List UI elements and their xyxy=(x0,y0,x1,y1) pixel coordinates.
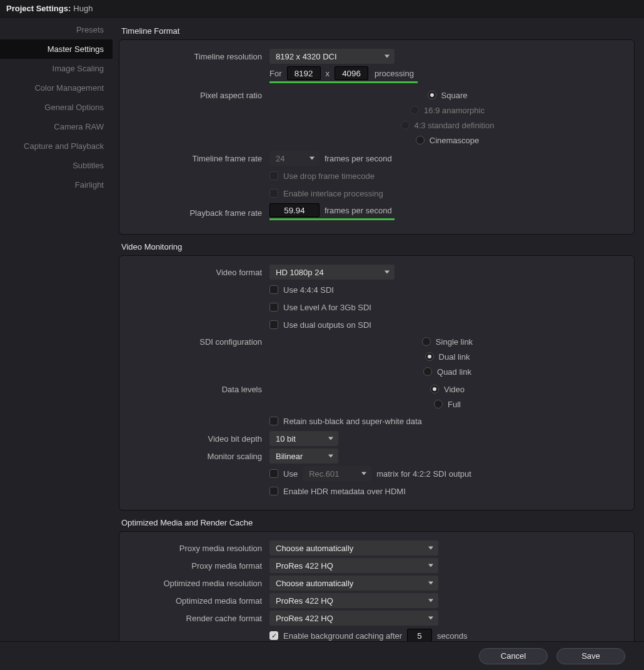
radio-par-square[interactable] xyxy=(428,91,436,99)
radio-sdi-single[interactable] xyxy=(422,337,431,346)
titlebar: Project Settings: Hugh xyxy=(0,0,644,18)
radio-sdi-dual[interactable] xyxy=(425,352,434,361)
custom-resolution-row: For x processing xyxy=(269,66,418,83)
sidebar-item-color-management[interactable]: Color Management xyxy=(0,78,113,98)
label-timeline-resolution: Timeline resolution xyxy=(119,52,269,61)
section-title-optimized: Optimized Media and Render Cache xyxy=(121,518,635,527)
chevron-down-icon xyxy=(428,599,433,602)
select-matrix: Rec.601 xyxy=(303,466,371,481)
chevron-down-icon xyxy=(428,547,433,550)
select-opt-res[interactable]: Choose automatically xyxy=(269,576,438,591)
label-proxy-res: Proxy media resolution xyxy=(119,544,269,553)
section-title-monitoring: Video Monitoring xyxy=(121,242,635,251)
section-title-timeline: Timeline Format xyxy=(121,26,635,36)
radio-levels-full[interactable] xyxy=(434,400,443,409)
sidebar-item-capture-playback[interactable]: Capture and Playback xyxy=(0,136,113,156)
select-proxy-res[interactable]: Choose automatically xyxy=(269,541,438,556)
section-timeline: Timeline resolution 8192 x 4320 DCI For … xyxy=(119,39,635,235)
select-video-format[interactable]: HD 1080p 24 xyxy=(269,265,395,280)
radio-par-cinemascope[interactable] xyxy=(416,136,425,145)
chevron-down-icon xyxy=(385,271,390,274)
label-data-levels: Data levels xyxy=(119,382,269,394)
sidebar-item-subtitles[interactable]: Subtitles xyxy=(0,156,113,175)
chevron-down-icon xyxy=(428,564,433,567)
label-bit-depth: Video bit depth xyxy=(119,434,269,444)
input-res-height[interactable] xyxy=(335,66,368,80)
label-monitor-scaling: Monitor scaling xyxy=(119,452,269,461)
label-timeline-fps: Timeline frame rate xyxy=(119,154,269,163)
radio-sdi-quad[interactable] xyxy=(423,367,432,376)
select-bit-depth[interactable]: 10 bit xyxy=(269,431,338,446)
check-use-444[interactable] xyxy=(269,285,278,294)
input-res-width[interactable] xyxy=(287,66,321,80)
chevron-down-icon xyxy=(328,455,333,458)
select-timeline-resolution[interactable]: 8192 x 4320 DCI xyxy=(269,49,395,64)
section-optimized: Proxy media resolution Choose automatica… xyxy=(119,531,635,641)
check-use-levela[interactable] xyxy=(269,303,278,312)
select-timeline-fps: 24 xyxy=(269,151,319,166)
sidebar-item-camera-raw[interactable]: Camera RAW xyxy=(0,117,113,136)
radio-levels-video[interactable] xyxy=(430,385,439,393)
select-render-fmt[interactable]: ProRes 422 HQ xyxy=(269,611,438,626)
label-render-fmt: Render cache format xyxy=(119,614,269,623)
radio-par-169 xyxy=(410,106,419,114)
label-pixel-aspect: Pixel aspect ratio xyxy=(119,88,269,100)
content-pane: Timeline Format Timeline resolution 8192… xyxy=(113,18,644,641)
save-button[interactable]: Save xyxy=(556,648,625,664)
sidebar-item-presets[interactable]: Presets xyxy=(0,20,113,39)
check-interlace xyxy=(269,189,278,198)
label-opt-fmt: Optimized media format xyxy=(119,596,269,606)
check-retain-subblack[interactable] xyxy=(269,417,278,425)
input-playback-fps[interactable] xyxy=(269,203,319,217)
chevron-down-icon xyxy=(328,437,333,440)
section-monitoring: Video format HD 1080p 24 Use 4:4:4 SDI U… xyxy=(119,255,635,510)
check-drop-frame xyxy=(269,171,278,180)
project-name: Hugh xyxy=(73,4,93,13)
check-use-matrix[interactable] xyxy=(269,469,278,478)
sidebar-item-master-settings[interactable]: Master Settings xyxy=(0,39,113,59)
radio-par-43 xyxy=(401,121,410,129)
check-dual-outputs[interactable] xyxy=(269,320,278,329)
label-proxy-fmt: Proxy media format xyxy=(119,561,269,571)
sidebar-item-image-scaling[interactable]: Image Scaling xyxy=(0,59,113,78)
label-opt-res: Optimized media resolution xyxy=(119,579,269,588)
cancel-button[interactable]: Cancel xyxy=(479,648,548,664)
label-playback-fps: Playback frame rate xyxy=(119,208,269,218)
select-opt-fmt[interactable]: ProRes 422 HQ xyxy=(269,593,438,608)
chevron-down-icon xyxy=(428,617,433,620)
chevron-down-icon xyxy=(385,55,390,58)
title-prefix: Project Settings: xyxy=(6,4,71,13)
chevron-down-icon xyxy=(361,472,366,475)
input-bg-cache-seconds[interactable] xyxy=(407,629,432,641)
label-video-format: Video format xyxy=(119,268,269,277)
check-hdr-hdmi[interactable] xyxy=(269,487,278,495)
label-sdi-config: SDI configuration xyxy=(119,335,269,347)
check-bg-caching[interactable] xyxy=(269,631,278,640)
sidebar-item-general-options[interactable]: General Options xyxy=(0,98,113,117)
chevron-down-icon xyxy=(309,157,314,160)
select-monitor-scaling[interactable]: Bilinear xyxy=(269,449,338,464)
select-proxy-fmt[interactable]: ProRes 422 HQ xyxy=(269,558,438,573)
sidebar-item-fairlight[interactable]: Fairlight xyxy=(0,175,113,195)
footer: Cancel Save xyxy=(0,641,644,670)
chevron-down-icon xyxy=(428,582,433,585)
sidebar: Presets Master Settings Image Scaling Co… xyxy=(0,18,113,641)
